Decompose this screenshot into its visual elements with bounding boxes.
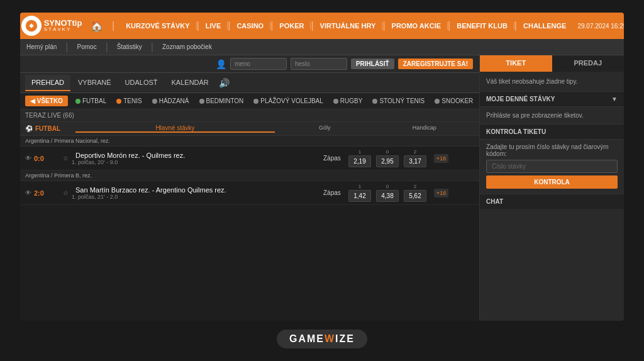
plus-more-1[interactable]: +16 xyxy=(434,154,448,163)
tiket-tabs: TIKET PREDAJ xyxy=(480,55,624,72)
daily-bets-header[interactable]: MOJE DENNÉ STÁVKY ▼ xyxy=(480,92,624,107)
home-icon[interactable]: 🏠 xyxy=(87,19,107,33)
datetime: 29.07.2024 16:25:03 xyxy=(577,23,624,30)
logo-icon xyxy=(21,16,42,36)
tab-prehlad[interactable]: PREHĽAD xyxy=(25,75,70,91)
password-input[interactable] xyxy=(291,58,347,70)
rugby-dot xyxy=(333,99,338,104)
gamewize-text: GAMEWiZE xyxy=(289,333,355,345)
login-button[interactable]: PRIHLÁSIŤ xyxy=(351,58,394,69)
content-area: 👤 PRIHLÁSIŤ ZAREGISTRUJTE SA! PREHĽAD VY… xyxy=(20,55,624,321)
username-input[interactable] xyxy=(230,58,287,70)
subnav-zoznam-pobociek[interactable]: Zoznam pobočiek xyxy=(162,43,212,50)
bottom-logo: GAMEWiZE xyxy=(277,330,367,348)
match-score-2: 2:0 xyxy=(34,189,49,197)
kontrola-button[interactable]: KONTROLA xyxy=(486,175,618,189)
sport-label: ⚽ FUTBAL xyxy=(25,125,75,132)
right-panel: TIKET PREDAJ Váš tiket neobsahuje žiadne… xyxy=(479,55,624,321)
sport-hádzaná[interactable]: HÁDZANÁ xyxy=(150,96,192,106)
subnav-pomoc[interactable]: Pomoc xyxy=(77,43,97,50)
top-nav: SYNOTtip STÁVKY 🏠 | KURZOVÉ STÁVKY | LIV… xyxy=(20,13,624,39)
col-goly: Góly xyxy=(275,125,375,133)
odds-btn-2-3[interactable]: 5,62 xyxy=(404,190,426,202)
plus-more-2[interactable]: +16 xyxy=(434,189,448,197)
tabs-bar: PREHĽAD VYBRANÉ UDALOSŤ KALENDÁR 🔊 xyxy=(20,73,479,93)
odds-btn-2-1[interactable]: 1,42 xyxy=(348,190,371,202)
odds-btn-1-1[interactable]: 2,19 xyxy=(348,155,371,167)
tab-tiket[interactable]: TIKET xyxy=(480,55,552,72)
match-odds-2: 1 1,42 0 4,38 2 5,62 +16 xyxy=(348,184,474,202)
sport-bedminton[interactable]: BEDMINTON xyxy=(197,96,247,106)
sport-stolny-tenis[interactable]: STOLNÝ TENIS xyxy=(370,96,427,106)
match-time-1: 1. polčas, 20' - 9.0 xyxy=(72,159,323,165)
match-type-1: Zápas xyxy=(323,155,348,162)
sport-snooker[interactable]: SNOOKER xyxy=(432,96,475,106)
subnav-statistiky[interactable]: Štatistiky xyxy=(117,43,142,50)
match-odds-1: 1 2,19 0 2,95 2 3,17 +16 xyxy=(348,149,474,167)
odds-col-2-1: 1 1,42 xyxy=(348,184,371,202)
stolny-dot xyxy=(372,99,377,104)
match-left-2: 👁 2:0 xyxy=(25,189,63,197)
sport-plazovy-volejbal[interactable]: PLÁŽOVÝ VOLEJBAL xyxy=(251,96,326,106)
league-row: Argentina / Primera Nacional, rez. xyxy=(20,136,479,147)
odds-btn-1-2[interactable]: 2,95 xyxy=(376,155,399,167)
sub-nav: Herný plán | Pomoc | Štatistiky | Zoznam… xyxy=(20,39,624,55)
logo-text-sub: STÁVKY xyxy=(44,27,82,33)
plazovy-dot xyxy=(253,99,258,104)
match-section: ⚽ FUTBAL Hlavné stávky Góly Handicap Arg… xyxy=(20,122,479,321)
daily-bets-content: Prihláste sa pre zobrazenie tiketov. xyxy=(480,107,624,125)
arrow-left-icon: ◀ xyxy=(30,97,35,104)
tiket-empty-msg: Váš tiket neobsahuje žiadne tipy. xyxy=(480,72,624,92)
sound-icon[interactable]: 🔊 xyxy=(219,78,230,88)
match-time-2: 1. polčas, 21' - 2.0 xyxy=(72,194,323,200)
tab-kalendar[interactable]: KALENDÁR xyxy=(165,75,215,91)
subnav-herny-plan[interactable]: Herný plán xyxy=(26,43,57,50)
league-row-2: Argentina / Primera B, rez. xyxy=(20,170,479,181)
nav-promo-akcie[interactable]: PROMO AKCIE xyxy=(386,22,448,30)
sport-rugby[interactable]: RUGBY xyxy=(331,96,365,106)
nav-virtualné-hry[interactable]: VIRTUÁLNE HRY xyxy=(314,22,383,30)
kontrola-header[interactable]: KONTROLA TIKETU xyxy=(480,125,624,140)
sport-all[interactable]: ◀ VŠETKO xyxy=(25,96,68,106)
user-icon: 👤 xyxy=(216,59,226,69)
kontrola-input[interactable] xyxy=(486,160,618,173)
col-main: Hlavné stávky xyxy=(75,125,275,133)
odds-col-1-2: 0 2,95 xyxy=(376,149,399,167)
gamewize-badge: GAMEWiZE xyxy=(277,330,367,348)
chevron-down-icon: ▼ xyxy=(611,96,618,103)
eye-icon: 👁 xyxy=(25,155,31,162)
search-bar: 👤 PRIHLÁSIŤ ZAREGISTRUJTE SA! xyxy=(20,55,479,73)
nav-poker[interactable]: POKER xyxy=(273,22,311,30)
tenis-dot xyxy=(116,99,121,104)
odds-btn-1-3[interactable]: 3,17 xyxy=(404,155,426,167)
kontrola-desc: Zadajte tu prosím číslo stávky nad čiaro… xyxy=(480,140,624,160)
logo-area: SYNOTtip STÁVKY xyxy=(26,16,77,36)
nav-kurzovestávky[interactable]: KURZOVÉ STÁVKY xyxy=(119,22,196,30)
sport-tenis[interactable]: TENIS xyxy=(114,96,144,106)
odds-col-1-3: 2 3,17 xyxy=(404,149,426,167)
futbal-dot xyxy=(75,99,80,104)
nav-challenge[interactable]: CHALLENGE xyxy=(517,22,572,30)
match-header-row: ⚽ FUTBAL Hlavné stávky Góly Handicap xyxy=(20,122,479,136)
nav-live[interactable]: LIVE xyxy=(199,22,228,30)
tab-vybrane[interactable]: VYBRANÉ xyxy=(72,75,118,91)
tab-udalost[interactable]: UDALOSŤ xyxy=(119,75,164,91)
nav-benefit-klub[interactable]: BENEFIT KLUB xyxy=(450,22,514,30)
left-panel: 👤 PRIHLÁSIŤ ZAREGISTRUJTE SA! PREHĽAD VY… xyxy=(20,55,479,321)
odds-col-1-1: 1 2,19 xyxy=(348,149,371,167)
col-headers: Hlavné stávky Góly Handicap xyxy=(75,125,474,133)
sport-futbal[interactable]: FUTBAL xyxy=(73,96,109,106)
tab-predaj[interactable]: PREDAJ xyxy=(552,55,625,72)
star-icon-1[interactable]: ☆ xyxy=(63,155,69,162)
table-row: 👁 2:0 ☆ San Martín Burzaco rez. - Argent… xyxy=(20,181,479,205)
match-left-1: 👁 0:0 xyxy=(25,155,63,162)
live-label: TERAZ LIVE (66) xyxy=(25,112,74,119)
nav-casino[interactable]: CASINO xyxy=(230,22,270,30)
star-icon-2[interactable]: ☆ xyxy=(63,189,69,196)
odds-btn-2-2[interactable]: 4,38 xyxy=(376,190,399,202)
match-teams-1: Deportivo Morón rez. - Quilmes rez. xyxy=(72,152,323,159)
nav-links: KURZOVÉ STÁVKY | LIVE | CASINO | POKER |… xyxy=(119,20,572,31)
nav-right: 29.07.2024 16:25:03 f 📷 ▶ xyxy=(577,19,624,32)
hadzana-dot xyxy=(152,99,157,104)
register-button[interactable]: ZAREGISTRUJTE SA! xyxy=(398,58,473,69)
